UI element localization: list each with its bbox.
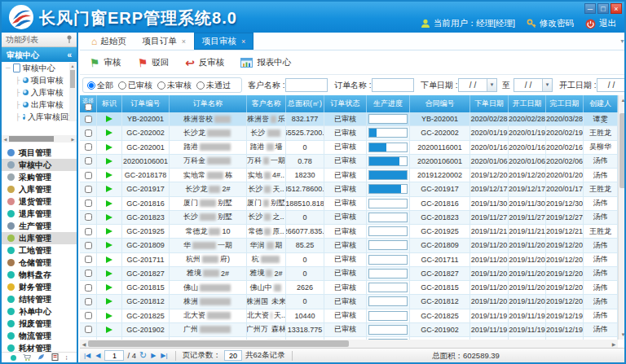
row-checkbox[interactable] xyxy=(85,326,92,333)
sidebar-item-项目管理[interactable]: 项目管理 xyxy=(2,147,77,159)
sidebar-item-退库管理[interactable]: 退库管理 xyxy=(2,208,77,220)
column-header-客户名称[interactable]: 客户名称 xyxy=(247,95,286,112)
table-row[interactable]: GC-201902广州广州万森林13318.775已审核GC-201902201… xyxy=(80,323,618,337)
row-checkbox[interactable] xyxy=(85,256,92,263)
row-checkbox[interactable] xyxy=(85,129,92,137)
book-icon[interactable] xyxy=(51,353,59,362)
radio-全部[interactable]: 全部 xyxy=(87,80,113,91)
maximize-button[interactable]: □ xyxy=(597,3,609,14)
order-name-input[interactable] xyxy=(372,78,414,92)
sidebar-item-采购管理[interactable]: 采购管理 xyxy=(2,171,77,183)
tab-项目审核[interactable]: 项目审核× xyxy=(194,33,253,50)
scroll-left-icon[interactable]: ◀ xyxy=(2,137,9,142)
row-checkbox[interactable] xyxy=(85,200,92,207)
table-row[interactable]: GC-201917长沙龙2#长沙天..8512.78600..已审核GC-201… xyxy=(80,182,618,196)
row-checkbox[interactable] xyxy=(85,284,92,292)
tree-hscroll-thumb[interactable] xyxy=(9,136,54,142)
sidebar-item-出库管理[interactable]: 出库管理 xyxy=(2,232,77,244)
column-header-订单名称[interactable]: 订单名称 xyxy=(170,95,247,112)
vscroll-thumb[interactable] xyxy=(619,113,626,188)
column-header-订单编号[interactable]: 订单编号 xyxy=(122,95,170,112)
tab-close-icon[interactable]: × xyxy=(182,37,186,46)
radio-input-未审核[interactable] xyxy=(157,81,165,90)
more-icon[interactable]: ⁞ xyxy=(65,355,67,362)
table-row[interactable]: GC-201827雅境2#雅境2#0已审核GC-2018272019/11/20… xyxy=(80,267,618,281)
radio-已审核[interactable]: 已审核 xyxy=(118,80,152,91)
column-header-总面积(㎡)[interactable]: 总面积(㎡) xyxy=(286,95,324,112)
sidebar-item-仓储管理[interactable]: 仓储管理 xyxy=(2,257,77,269)
first-page-button[interactable]: |◀ xyxy=(83,352,91,359)
column-header-完工日期[interactable]: 完工日期 xyxy=(546,95,584,112)
sidebar-item-财务管理[interactable]: 财务管理 xyxy=(2,281,77,293)
select-all-checkbox[interactable] xyxy=(85,103,92,111)
table-row[interactable]: GC-201711杭州府)杭0已审核GC-2017112019/11/20201… xyxy=(80,253,618,267)
radio-input-未通过[interactable] xyxy=(196,81,205,90)
order-date-to-input[interactable]: / / ▼ xyxy=(514,78,553,92)
close-button[interactable]: × xyxy=(611,3,622,14)
logout-button[interactable]: 退出 xyxy=(585,18,616,29)
table-row[interactable]: GC-201815佛山佛山中2626已审核GC-2018152019/11/20… xyxy=(80,281,618,295)
page-size-input[interactable] xyxy=(224,350,242,361)
radio-input-已审核[interactable] xyxy=(118,81,126,90)
table-row[interactable]: GC-202001路港路港墙0已审核202001160012020/01/162… xyxy=(80,141,618,155)
radio-未审核[interactable]: 未审核 xyxy=(157,80,192,91)
table-vertical-scrollbar[interactable]: ▲ ▼ xyxy=(618,95,626,340)
column-header-开工日期[interactable]: 开工日期 xyxy=(509,95,546,112)
table-row[interactable]: GC-201809华一期华润期85.25已审核GC-2018092019/11/… xyxy=(80,239,618,252)
customer-name-input[interactable] xyxy=(285,78,328,92)
row-checkbox[interactable] xyxy=(85,298,92,305)
toolbar-button-驳回[interactable]: ⚑驳回 xyxy=(138,57,170,68)
toolbar-button-报表中心[interactable]: 报表中心 xyxy=(240,57,291,68)
last-page-button[interactable]: ▶| xyxy=(160,352,168,359)
column-header-生产进度[interactable]: 生产进度 xyxy=(367,95,410,112)
tree-vertical-scrollbar[interactable]: ▲ xyxy=(69,63,76,121)
row-checkbox[interactable] xyxy=(85,157,92,164)
next-page-button[interactable]: ▶ xyxy=(150,352,156,359)
table-row[interactable]: GC-201816厦门别墅厦门别墅188510.818已审核GC-2018162… xyxy=(80,197,618,211)
collapse-icon[interactable]: « xyxy=(67,48,72,62)
tab-项目订单[interactable]: 项目订单× xyxy=(134,33,194,50)
scroll-up-icon[interactable]: ▲ xyxy=(619,95,626,105)
column-header-订单状态[interactable]: 订单状态 xyxy=(324,95,367,112)
scroll-left-icon[interactable]: ◀ xyxy=(80,341,88,347)
change-password-button[interactable]: 修改密码 xyxy=(527,18,574,29)
column-header-下单日期[interactable]: 下单日期 xyxy=(470,95,509,112)
tab-overflow-icon[interactable]: ▼ xyxy=(619,38,625,44)
column-header-合同编号[interactable]: 合同编号 xyxy=(410,95,470,112)
tree-item-入库审核回退[interactable]: ├入库审核回退 xyxy=(2,111,77,123)
go-page-icon[interactable]: ↻ xyxy=(139,351,147,360)
table-row[interactable]: YB-202001株洲誉校株洲誉乐832.177已审核YB-2020012020… xyxy=(80,112,618,126)
row-checkbox[interactable] xyxy=(85,213,92,221)
page-number-input[interactable] xyxy=(104,350,124,361)
tree-item-项目审核[interactable]: ├项目审核 xyxy=(2,74,77,86)
table-row[interactable]: GC-201823长沙别墅长沙之..0已审核GC-2018232019/11/2… xyxy=(80,211,618,225)
radio-未通过[interactable]: 未通过 xyxy=(196,80,231,91)
toolbar-button-反审核[interactable]: ↩反审核 xyxy=(185,57,224,68)
scroll-right-icon[interactable]: ▶ xyxy=(69,137,77,142)
tab-起始页[interactable]: ⌂起始页 xyxy=(83,33,134,50)
table-row[interactable]: GC-202002长沙龙长沙65525.7200..已审核GC-20200220… xyxy=(80,126,618,140)
row-checkbox[interactable] xyxy=(85,186,92,193)
row-checkbox[interactable] xyxy=(85,242,92,249)
scroll-right-icon[interactable]: ▶ xyxy=(610,341,618,347)
hscroll-thumb[interactable] xyxy=(88,340,349,347)
tree-root-audit-center[interactable]: ─ 审核中心 xyxy=(2,62,77,74)
leaf-icon[interactable] xyxy=(37,353,45,362)
sidebar-item-工地管理[interactable]: 工地管理 xyxy=(2,244,77,257)
tree-item-出库审核[interactable]: ├出库审核 xyxy=(2,99,77,111)
table-row[interactable]: GC-201825北大资北大资天..10440已审核GC-2018252019/… xyxy=(80,309,618,323)
sidebar-item-报废管理[interactable]: 报废管理 xyxy=(2,318,77,330)
cart-icon[interactable] xyxy=(23,353,31,362)
tab-close-icon[interactable]: × xyxy=(241,37,245,46)
sidebar-item-物流管理[interactable]: 物流管理 xyxy=(2,330,77,342)
radio-input-全部[interactable] xyxy=(87,81,95,90)
sidebar-item-补单中心[interactable]: 补单中心 xyxy=(2,305,77,318)
start-date-input[interactable]: / / ▼ xyxy=(597,78,626,92)
table-horizontal-scrollbar[interactable]: ◀ ▶ xyxy=(80,340,618,348)
table-row[interactable]: GC-201812株洲株洲国未来0已审核GC-2018122019/11/202… xyxy=(80,295,618,309)
minimize-button[interactable]: ─ xyxy=(584,3,596,14)
row-checkbox[interactable] xyxy=(85,270,92,277)
column-header-选择[interactable]: 选择 xyxy=(80,95,97,112)
order-date-from-input[interactable]: / / ▼ xyxy=(458,78,497,92)
scroll-up-icon[interactable]: ▲ xyxy=(69,63,76,69)
